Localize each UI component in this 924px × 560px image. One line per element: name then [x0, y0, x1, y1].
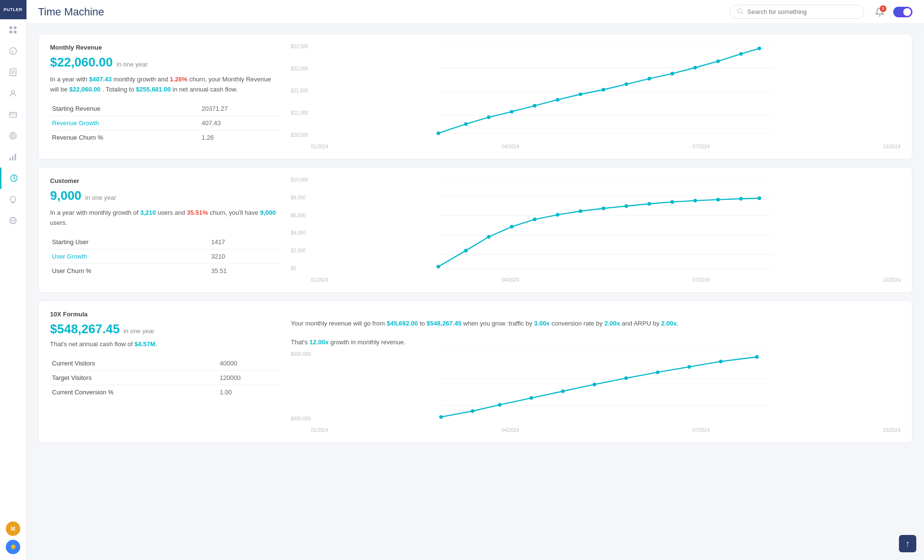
svg-point-52: [437, 265, 441, 269]
svg-point-76: [624, 376, 628, 380]
table-cell-value: 3210: [209, 249, 282, 263]
svg-point-64: [716, 198, 720, 202]
customer-desc: In a year with monthly growth of 3,210 u…: [50, 208, 281, 228]
table-cell-label: Revenue Churn %: [50, 130, 200, 144]
customer-y-labels: $10,000 $8,000 $6,000 $4,000 $2,000 $0: [291, 177, 310, 271]
svg-point-54: [487, 235, 491, 239]
svg-point-34: [510, 110, 514, 114]
svg-point-74: [561, 390, 565, 393]
table-cell-value: 1417: [209, 235, 282, 249]
tenx-svg-wrap: [311, 352, 900, 426]
svg-rect-18: [15, 154, 16, 161]
svg-point-56: [533, 218, 537, 221]
svg-point-73: [530, 396, 534, 400]
sidebar-item-dashboard[interactable]: [0, 19, 26, 40]
tenx-table: Current Visitors 40000 Target Visitors 1…: [50, 356, 281, 399]
search-box[interactable]: [729, 5, 864, 19]
avatar-secondary[interactable]: 😊: [6, 540, 20, 554]
sidebar-item-revenue[interactable]: $: [0, 40, 26, 62]
table-cell-label: Starting Revenue: [50, 102, 200, 116]
svg-point-61: [648, 202, 651, 206]
svg-point-78: [688, 365, 691, 369]
svg-rect-16: [10, 158, 11, 160]
revenue-x-labels: 01/2024 04/2024 07/2024 10/2024: [291, 144, 900, 149]
scroll-top-icon: ↑: [906, 539, 910, 549]
svg-point-42: [693, 66, 697, 70]
tenx-chart-area: $600,000 $400,000: [291, 348, 900, 433]
sidebar-item-goals[interactable]: [0, 125, 26, 146]
svg-point-72: [498, 403, 502, 407]
header: Time Machine 2: [26, 0, 924, 24]
header-actions: 2: [872, 4, 912, 20]
customer-left: Customer 9,000 in one year In a year wit…: [50, 177, 281, 283]
customer-value: 9,000: [50, 188, 81, 203]
table-row: Current Visitors 40000: [50, 356, 281, 371]
svg-point-66: [757, 196, 761, 200]
customer-svg-wrap: [311, 177, 900, 275]
sidebar-bottom: M 😊: [6, 521, 20, 560]
tenx-y-labels: $600,000 $400,000: [291, 352, 313, 421]
sidebar-item-reports[interactable]: [0, 62, 26, 83]
theme-toggle[interactable]: [893, 7, 912, 17]
customer-title: Customer: [50, 177, 281, 184]
svg-point-63: [693, 199, 697, 203]
table-cell-label: Revenue Growth: [50, 116, 200, 130]
table-row: User Growth 3210: [50, 249, 281, 263]
main-content: Time Machine 2 Monthly Revenue $22,060.0…: [26, 0, 924, 560]
table-cell-label: Current Visitors: [50, 356, 218, 371]
svg-point-32: [464, 122, 468, 126]
table-cell-value: 1.26: [200, 130, 281, 144]
svg-point-41: [670, 72, 674, 76]
svg-point-39: [625, 82, 628, 86]
table-cell-value: 1.00: [218, 385, 281, 399]
svg-rect-1: [14, 26, 16, 29]
svg-point-70: [439, 415, 443, 419]
customer-card: Customer 9,000 in one year In a year wit…: [38, 167, 912, 293]
customer-table: Starting User 1417 User Growth 3210 User…: [50, 235, 281, 278]
svg-rect-3: [14, 31, 16, 33]
avatar-user[interactable]: M: [6, 521, 20, 536]
svg-rect-17: [12, 156, 13, 160]
table-cell-value: 20371.27: [200, 102, 281, 116]
tenx-chart-container: $600,000 $400,000: [291, 352, 900, 433]
svg-rect-0: [10, 26, 12, 29]
notification-button[interactable]: 2: [872, 4, 887, 20]
tenx-net: That's net annual cash flow of $4.57M.: [50, 339, 281, 350]
table-row: Current Conversion % 1.00: [50, 385, 281, 399]
search-input[interactable]: [747, 8, 857, 15]
svg-point-33: [487, 116, 491, 119]
svg-text:$: $: [11, 50, 13, 54]
monthly-revenue-table: Starting Revenue 20371.27 Revenue Growth…: [50, 102, 281, 144]
sidebar-item-insights[interactable]: [0, 189, 26, 210]
revenue-line-chart: [311, 44, 900, 140]
monthly-revenue-desc: In a year with $407.43 monthly growth an…: [50, 75, 281, 95]
table-row: User Churn % 35.51: [50, 263, 281, 278]
table-cell-label: Starting User: [50, 235, 209, 249]
customer-sub: in one year: [85, 194, 116, 201]
svg-point-53: [464, 249, 468, 253]
svg-point-59: [601, 207, 605, 210]
monthly-revenue-value: $22,060.00: [50, 55, 113, 70]
svg-point-79: [719, 360, 723, 364]
monthly-revenue-card: Monthly Revenue $22,060.00 in one year I…: [38, 34, 912, 159]
svg-point-44: [739, 52, 743, 56]
table-cell-value: 120000: [218, 370, 281, 385]
app-logo: PUTLER: [0, 0, 26, 19]
revenue-chart-container: $22,500 $22,000 $21,500 $21,000 $20,500: [291, 44, 900, 149]
sidebar-item-time-machine[interactable]: [0, 168, 26, 189]
table-cell-value: 407.43: [200, 116, 281, 130]
scroll-top-button[interactable]: ↑: [899, 535, 916, 552]
sidebar-item-subscriptions[interactable]: [0, 104, 26, 125]
sidebar-item-analytics[interactable]: [0, 146, 26, 168]
svg-point-35: [533, 104, 537, 108]
monthly-revenue-left: Monthly Revenue $22,060.00 in one year I…: [50, 44, 281, 149]
svg-point-55: [510, 225, 514, 229]
sidebar-item-customers[interactable]: [0, 83, 26, 104]
customer-chart: $10,000 $8,000 $6,000 $4,000 $2,000 $0: [291, 177, 900, 283]
table-cell-value: 35.51: [209, 263, 282, 278]
toggle-knob: [903, 8, 911, 16]
sidebar-item-integrations[interactable]: [0, 210, 26, 231]
svg-rect-11: [10, 113, 16, 117]
revenue-y-labels: $22,500 $22,000 $21,500 $21,000 $20,500: [291, 44, 310, 138]
table-row: Target Visitors 120000: [50, 370, 281, 385]
